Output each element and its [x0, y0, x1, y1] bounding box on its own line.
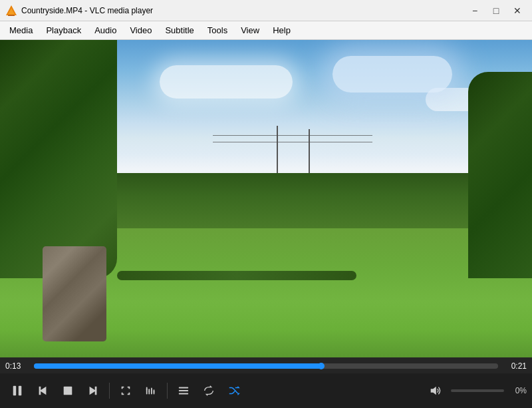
shuffle-icon	[228, 385, 240, 397]
prev-button[interactable]	[31, 379, 55, 403]
close-button[interactable]: ✕	[508, 3, 527, 18]
svg-rect-8	[146, 387, 148, 395]
prev-icon	[37, 385, 49, 397]
title-bar: Countryside.MP4 - VLC media player − □ ✕	[0, 0, 532, 21]
right-foliage	[468, 72, 532, 278]
svg-rect-17	[179, 390, 188, 391]
left-foliage	[0, 40, 117, 278]
volume-button[interactable]	[423, 379, 447, 403]
stop-button[interactable]	[56, 379, 80, 403]
loop-icon	[203, 385, 215, 397]
menu-tools[interactable]: Tools	[201, 23, 234, 38]
svg-rect-3	[13, 386, 17, 395]
menu-bar: Media Playback Audio Video Subtitle Tool…	[0, 21, 532, 40]
separator-2	[167, 383, 168, 399]
playlist-icon	[178, 385, 190, 397]
transport-controls: 0%	[0, 373, 532, 408]
time-total: 0:21	[503, 361, 527, 371]
fullscreen-icon	[120, 385, 132, 397]
svg-rect-10	[151, 388, 152, 395]
video-frame	[0, 40, 532, 357]
volume-icon	[429, 385, 441, 397]
menu-help[interactable]: Help	[266, 23, 297, 38]
vlc-icon	[5, 5, 17, 17]
shuffle-button[interactable]	[222, 379, 246, 403]
time-current: 0:13	[5, 361, 29, 371]
controls-area: 0:13 0:21	[0, 357, 532, 408]
stone-wall	[43, 246, 106, 341]
extended-icon	[145, 385, 157, 397]
menu-video[interactable]: Video	[123, 23, 158, 38]
menu-view[interactable]: View	[234, 23, 266, 38]
maximize-button[interactable]: □	[487, 3, 505, 18]
window-controls: − □ ✕	[466, 3, 527, 18]
svg-marker-7	[90, 387, 97, 395]
svg-marker-19	[431, 387, 436, 395]
stop-icon	[62, 385, 74, 397]
fullscreen-button[interactable]	[114, 379, 138, 403]
volume-slider[interactable]	[451, 389, 504, 392]
progress-bar[interactable]	[34, 363, 498, 369]
svg-rect-16	[179, 387, 188, 389]
pause-icon	[11, 385, 23, 397]
pause-button[interactable]	[5, 379, 29, 403]
extended-settings-button[interactable]	[139, 379, 163, 403]
power-line-2	[213, 142, 372, 142]
next-icon	[87, 385, 99, 397]
next-button[interactable]	[81, 379, 105, 403]
video-area[interactable]	[0, 40, 532, 357]
separator-1	[109, 383, 110, 399]
cloud-3	[332, 56, 452, 93]
svg-rect-18	[179, 393, 188, 395]
loop-button[interactable]	[197, 379, 221, 403]
playlist-button[interactable]	[172, 379, 196, 403]
volume-area: 0%	[423, 379, 527, 403]
hedgerow	[117, 271, 356, 280]
cloud-1	[160, 65, 293, 99]
menu-audio[interactable]: Audio	[88, 23, 123, 38]
menu-subtitle[interactable]: Subtitle	[158, 23, 200, 38]
svg-rect-4	[19, 386, 22, 395]
progress-area: 0:13 0:21	[0, 357, 532, 373]
window-title: Countryside.MP4 - VLC media player	[21, 6, 466, 15]
menu-playback[interactable]: Playback	[39, 23, 88, 38]
svg-rect-6	[64, 387, 72, 395]
progress-fill	[34, 363, 322, 369]
svg-marker-5	[39, 387, 47, 395]
power-line-1	[213, 135, 372, 136]
volume-label: 0%	[508, 386, 527, 395]
minimize-button[interactable]: −	[466, 3, 484, 18]
menu-media[interactable]: Media	[3, 23, 39, 38]
